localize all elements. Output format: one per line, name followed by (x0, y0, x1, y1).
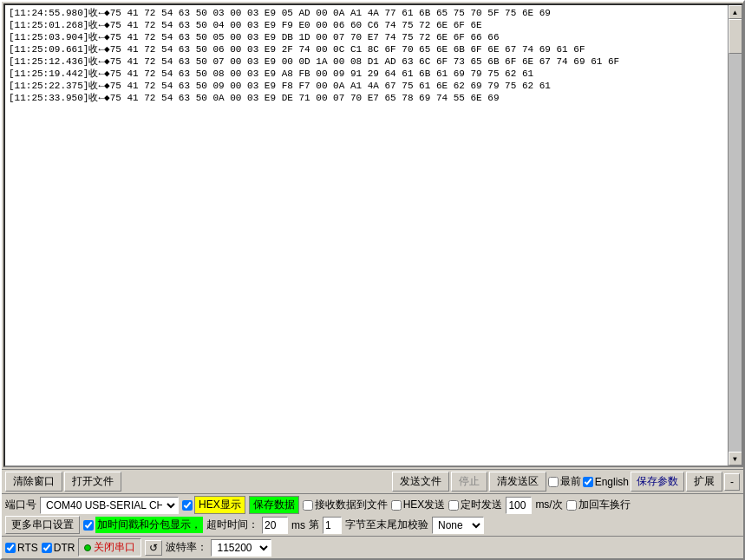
hex-display-checkbox[interactable] (182, 500, 193, 511)
english-label: English (595, 476, 629, 488)
timed-send-checkbox[interactable] (448, 500, 459, 511)
last-checkbox-group: 最前 (548, 474, 581, 489)
hex-display-button[interactable]: HEX显示 (194, 496, 245, 514)
timestamp-group: 加时间戳和分包显示， (83, 517, 203, 533)
hex-send-group: HEX发送 (391, 498, 446, 512)
main-window: [11:24:55.980]收←◆75 41 72 54 63 50 03 00… (0, 0, 745, 560)
hex-send-label: HEX发送 (403, 498, 446, 512)
open-file-button[interactable]: 打开文件 (64, 472, 121, 492)
timed-send-label: 定时发送 (461, 498, 502, 512)
hex-display-group: HEX显示 (182, 496, 245, 514)
log-area: [11:24:55.980]收←◆75 41 72 54 63 50 03 00… (3, 3, 743, 467)
timestamp-label: 加时间戳和分包显示， (95, 517, 203, 533)
timeout-input[interactable]: 20 (262, 517, 288, 534)
dtr-group: DTR (42, 542, 75, 554)
english-checkbox[interactable] (583, 477, 593, 487)
send-file-button[interactable]: 发送文件 (392, 472, 449, 492)
log-line: [11:25:12.436]收←◆75 41 72 54 63 50 07 00… (9, 55, 738, 68)
log-line: [11:25:33.950]收←◆75 41 72 54 63 50 0A 00… (9, 92, 738, 104)
vertical-scrollbar: ▲ ▼ (728, 5, 742, 466)
carriage-return-checkbox[interactable] (566, 500, 577, 511)
log-line: [11:25:09.661]收←◆75 41 72 54 63 50 06 00… (9, 43, 738, 55)
settings-row-1: 端口号 COM40 USB-SERIAL CH340 HEX显示 保存数据 接收… (5, 496, 740, 514)
settings-bar: 端口号 COM40 USB-SERIAL CH340 HEX显示 保存数据 接收… (2, 493, 743, 536)
dtr-checkbox[interactable] (42, 543, 52, 553)
collapse-button[interactable]: - (724, 473, 740, 491)
baud-label: 波特率： (166, 540, 207, 555)
settings-row-2: 更多串口设置 加时间戳和分包显示， 超时时间： 20 ms 第 1 字节至末尾加… (5, 516, 740, 534)
timed-interval-input[interactable]: 100 (506, 497, 532, 514)
port-indicator (84, 544, 91, 551)
stop-button[interactable]: 停止 (451, 472, 487, 492)
timeout-label: 超时时间： (206, 518, 258, 532)
toolbar: 清除窗口 打开文件 发送文件 停止 清发送区 最前 English 保存参数 扩… (2, 469, 743, 493)
port-label: 端口号 (5, 498, 36, 512)
hex-send-checkbox[interactable] (391, 500, 402, 511)
rts-dtr-row: RTS DTR 关闭串口 ↺ 波特率： 115200 (2, 536, 743, 558)
save-data-button[interactable]: 保存数据 (249, 496, 299, 514)
log-line: [11:25:22.375]收←◆75 41 72 54 63 50 09 00… (9, 80, 738, 92)
timed-send-group: 定时发送 (448, 498, 502, 512)
carriage-return-group: 加回车换行 (566, 498, 631, 512)
refresh-button[interactable]: ↺ (145, 540, 162, 556)
log-line: [11:25:01.268]收←◆75 41 72 54 63 50 04 00… (9, 19, 738, 31)
checksum-select[interactable]: None (432, 517, 484, 534)
clear-send-area-button[interactable]: 清发送区 (489, 472, 546, 492)
close-port-label: 关闭串口 (94, 540, 135, 555)
timeout-unit-label: ms (291, 519, 305, 531)
port-select[interactable]: COM40 USB-SERIAL CH340 (40, 497, 179, 514)
english-checkbox-group: English (583, 476, 629, 488)
dtr-label: DTR (54, 542, 75, 554)
last-label: 最前 (560, 474, 581, 489)
receive-to-file-group: 接收数据到文件 (303, 498, 388, 512)
log-content: [11:24:55.980]收←◆75 41 72 54 63 50 03 00… (9, 7, 738, 104)
log-line: [11:24:55.980]收←◆75 41 72 54 63 50 03 00… (9, 7, 738, 19)
byte-check-label: 字节至末尾加校验 (345, 518, 428, 532)
last-checkbox[interactable] (548, 477, 559, 487)
close-port-button[interactable]: 关闭串口 (78, 538, 141, 557)
carriage-return-label: 加回车换行 (578, 498, 631, 512)
scroll-down-button[interactable]: ▼ (729, 452, 742, 466)
log-line: [11:25:19.442]收←◆75 41 72 54 63 50 08 00… (9, 68, 738, 80)
rts-label: RTS (17, 542, 38, 554)
scroll-up-button[interactable]: ▲ (729, 5, 742, 19)
scrollbar-thumb[interactable] (729, 19, 742, 54)
scrollbar-track (729, 19, 742, 452)
clear-window-button[interactable]: 清除窗口 (5, 472, 62, 492)
log-line: [11:25:03.904]收←◆75 41 72 54 63 50 05 00… (9, 31, 738, 43)
rts-checkbox[interactable] (5, 543, 16, 553)
packet-input[interactable]: 1 (323, 517, 342, 534)
packet-label: 第 (309, 518, 319, 532)
baud-select[interactable]: 115200 (211, 539, 271, 557)
expand-button[interactable]: 扩展 (686, 472, 722, 492)
save-param-button[interactable]: 保存参数 (631, 472, 684, 492)
timestamp-checkbox[interactable] (83, 520, 94, 531)
receive-to-file-label: 接收数据到文件 (315, 498, 388, 512)
ms-per-time-label: ms/次 (535, 498, 562, 512)
more-ports-button[interactable]: 更多串口设置 (5, 516, 80, 534)
receive-to-file-checkbox[interactable] (303, 500, 313, 511)
rts-group: RTS (5, 542, 38, 554)
